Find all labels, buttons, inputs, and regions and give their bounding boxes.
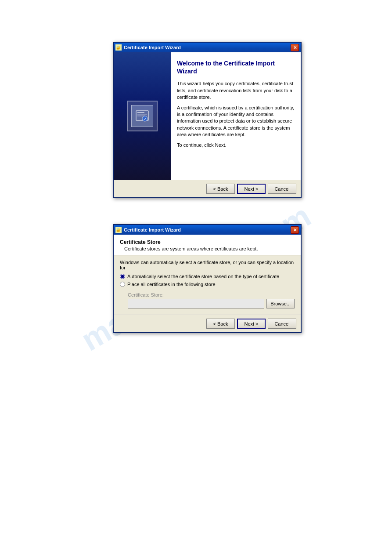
dialog1-next-button[interactable]: Next > bbox=[237, 184, 266, 194]
radio-row-manual: Place all certificates in the following … bbox=[120, 282, 295, 287]
dialog2-content: Windows can automatically select a certi… bbox=[114, 255, 301, 315]
cert-svg-icon: ✓ bbox=[134, 108, 150, 124]
cert-store-section: Certificate Store: Browse... bbox=[120, 292, 295, 308]
cert-store-label: Certificate Store: bbox=[128, 292, 295, 297]
dialog2-footer: < Back Next > Cancel bbox=[114, 315, 301, 332]
radio-group: Automatically select the certificate sto… bbox=[120, 274, 295, 287]
cert-store-row: Browse... bbox=[128, 299, 295, 308]
certificate-icon-box: ✓ bbox=[127, 101, 158, 131]
dialog2-close-button[interactable]: ✕ bbox=[291, 226, 299, 234]
dialog2-title-text: Certificate Import Wizard bbox=[124, 227, 181, 232]
welcome-body: This wizard helps you copy certificates,… bbox=[177, 80, 295, 149]
browse-button[interactable]: Browse... bbox=[266, 299, 295, 308]
dialog1-right-panel: Welcome to the Certificate Import Wizard… bbox=[171, 52, 301, 180]
dialog1-title-text: Certificate Import Wizard bbox=[124, 45, 181, 50]
certificate-icon: ✓ bbox=[131, 105, 153, 127]
dialog2-title-bar: 🔐 Certificate Import Wizard ✕ bbox=[114, 225, 301, 235]
radio-row-auto: Automatically select the certificate sto… bbox=[120, 274, 295, 279]
dialog1-certificate-import-wizard: 🔐 Certificate Import Wizard ✕ ✓ bbox=[113, 42, 302, 198]
svg-rect-2 bbox=[137, 114, 147, 115]
dialog2-section-subtitle: Certificate stores are system areas wher… bbox=[120, 246, 295, 251]
dialog1-footer: < Back Next > Cancel bbox=[114, 180, 301, 197]
welcome-title: Welcome to the Certificate Import Wizard bbox=[177, 59, 295, 75]
auto-select-description: Windows can automatically select a certi… bbox=[120, 260, 295, 270]
svg-rect-1 bbox=[137, 112, 144, 113]
dialog2-header-section: Certificate Store Certificate stores are… bbox=[114, 235, 301, 255]
dialog2-cancel-button[interactable]: Cancel bbox=[268, 319, 296, 329]
dialog1-body: ✓ Welcome to the Certificate Import Wiza… bbox=[114, 52, 301, 180]
dialog2-next-button[interactable]: Next > bbox=[237, 319, 266, 329]
cert-store-input[interactable] bbox=[128, 299, 264, 308]
radio-auto-select[interactable] bbox=[120, 274, 125, 279]
dialog1-back-button[interactable]: < Back bbox=[206, 184, 235, 194]
dialog1-cancel-button[interactable]: Cancel bbox=[268, 184, 296, 194]
dialog2-back-button[interactable]: < Back bbox=[206, 319, 235, 329]
radio-manual-label: Place all certificates in the following … bbox=[127, 282, 216, 287]
dialog1-title-bar: 🔐 Certificate Import Wizard ✕ bbox=[114, 43, 301, 52]
welcome-para1: This wizard helps you copy certificates,… bbox=[177, 80, 295, 101]
radio-auto-label: Automatically select the certificate sto… bbox=[127, 274, 279, 279]
dialog2-section-title: Certificate Store bbox=[120, 239, 295, 245]
welcome-para3: To continue, click Next. bbox=[177, 142, 295, 149]
dialog2-certificate-store: 🔐 Certificate Import Wizard ✕ Certificat… bbox=[113, 224, 302, 333]
dialog1-title-icon: 🔐 bbox=[115, 44, 122, 51]
welcome-para2: A certificate, which is issued by a cert… bbox=[177, 105, 295, 138]
dialog1-left-panel: ✓ bbox=[114, 52, 171, 180]
dialog1-close-button[interactable]: ✕ bbox=[291, 44, 299, 51]
radio-manual-select[interactable] bbox=[120, 282, 125, 287]
svg-text:✓: ✓ bbox=[144, 117, 147, 121]
dialog2-title-icon: 🔐 bbox=[115, 227, 122, 233]
